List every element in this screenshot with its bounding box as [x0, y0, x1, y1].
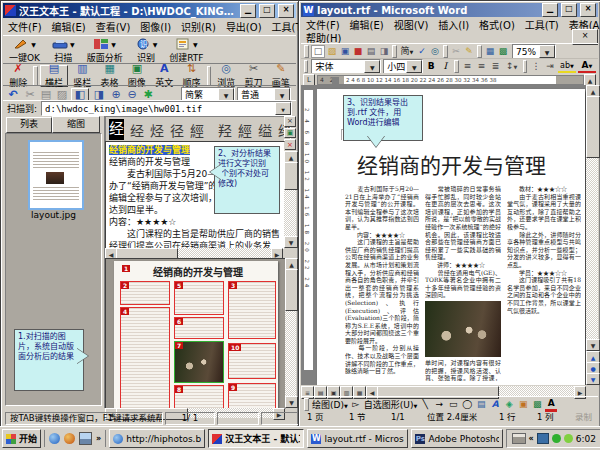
- select-objects-icon[interactable]: ▻: [350, 399, 362, 410]
- line-icon[interactable]: ╲: [419, 399, 431, 410]
- candidate-char[interactable]: 经: [130, 120, 144, 140]
- scroll-thumb[interactable]: [285, 269, 298, 311]
- arrow-icon[interactable]: →: [433, 399, 445, 410]
- quick-launch-overflow-icon[interactable]: »: [96, 434, 101, 443]
- text-region[interactable]: 4: [120, 307, 170, 410]
- taskbar-task-browser[interactable]: http://hiphotos.baidu.co...: [109, 429, 205, 448]
- doc-photo[interactable]: [425, 301, 501, 357]
- recognize-button[interactable]: 识▼ 识别: [133, 37, 160, 65]
- zoom-select[interactable]: 75%▼: [512, 44, 556, 59]
- indent-icon[interactable]: ⇥: [544, 61, 556, 72]
- zoom-in-icon[interactable]: ⊕: [109, 89, 123, 101]
- italic-button[interactable]: I: [439, 61, 451, 72]
- text-region[interactable]: 6: [174, 317, 224, 339]
- candidate-char[interactable]: 缢: [258, 120, 272, 140]
- show-desktop-icon[interactable]: [79, 432, 92, 445]
- menu-export[interactable]: 导出(O): [221, 18, 267, 35]
- pen-button[interactable]: ✎画笔: [268, 65, 294, 87]
- drawing-font-color-icon[interactable]: A: [545, 398, 557, 412]
- candidate-char[interactable]: 經: [238, 120, 252, 140]
- line-spacing-button[interactable]: ↕▼: [504, 61, 520, 72]
- tray-collapse-icon[interactable]: «: [529, 434, 534, 443]
- align-left-icon[interactable]: ≡: [462, 61, 474, 72]
- candidate-char[interactable]: 經: [190, 120, 204, 140]
- page-thumbnail[interactable]: [28, 140, 84, 210]
- scroll-down-icon[interactable]: ▼: [284, 236, 298, 248]
- clipart-icon[interactable]: ▣: [517, 399, 529, 410]
- diagram-icon[interactable]: ◈: [503, 399, 515, 410]
- create-rtf-button[interactable]: ▼ 创建RTF: [167, 37, 205, 65]
- word-document-area[interactable]: 2 4 6 8 10 12 14 16 18 20 22 24 3、识别结果导出…: [301, 85, 586, 385]
- ocr-text-pane[interactable]: 经销商的开发与管理 经销商的开发与管理 麦古利国际于5月20—21日在上海举办了…: [105, 141, 285, 250]
- taskbar-task-photoshop[interactable]: Ps Adobe Photoshop CS3 E...: [411, 429, 502, 448]
- delete-region-button[interactable]: ✗删除: [5, 65, 31, 87]
- dropdown-arrow-icon[interactable]: ▼: [275, 102, 291, 115]
- research-icon[interactable]: ◎: [429, 46, 441, 57]
- scroll-down-icon[interactable]: ▼: [586, 339, 600, 351]
- menu-recognize[interactable]: 识别(R): [176, 18, 221, 35]
- dropdown-arrow-icon[interactable]: ▼: [406, 60, 422, 73]
- oval-icon[interactable]: ◯: [461, 399, 473, 410]
- selected-char[interactable]: 经: [109, 119, 124, 140]
- text-region[interactable]: 2: [120, 281, 170, 305]
- order-button[interactable]: ⇅顺序: [178, 65, 204, 87]
- word-page[interactable]: 3、识别结果导出到.rtf 文件，用Word进行编辑 经销商的开发与管理 麦古利…: [317, 89, 585, 385]
- align-justify-icon[interactable]: ≣: [490, 61, 502, 72]
- cut-icon[interactable]: ✂: [450, 46, 462, 57]
- paste-icon[interactable]: ▨: [55, 89, 69, 101]
- close-button[interactable]: ×: [580, 3, 596, 17]
- tab-thumbnail[interactable]: 缩图: [52, 116, 100, 133]
- print-preview-icon[interactable]: ◨: [378, 46, 390, 57]
- print-icon[interactable]: ▤: [365, 46, 377, 57]
- cjk-convert-button[interactable]: 简▼: [399, 46, 415, 57]
- region-number[interactable]: 1: [122, 265, 130, 272]
- start-button[interactable]: 开始: [2, 429, 41, 448]
- ocr-hscrollbar[interactable]: ◀ ▶: [105, 248, 283, 258]
- bold-button[interactable]: B: [425, 61, 437, 72]
- zoom-out-icon[interactable]: ⊖: [125, 89, 139, 101]
- copy-icon[interactable]: ▤: [39, 89, 53, 101]
- dropdown-arrow-icon[interactable]: ▼: [193, 41, 198, 48]
- ocr-line[interactable]: 这门课程的主旨是帮助供应厂商的销售经理们提高公司在经销商渠道上的业务发展。从市场…: [109, 228, 281, 250]
- save-icon[interactable]: ▣: [339, 46, 351, 57]
- font-name-select[interactable]: 宋体▼: [311, 59, 381, 74]
- reject-icon[interactable]: ×: [284, 139, 296, 150]
- format-painter-icon[interactable]: ✎: [463, 46, 475, 57]
- hanwang-titlebar[interactable]: 汉王文本王 - 默认工程 - D:\HWDOC_KING\image\layou…: [3, 3, 296, 18]
- open-icon[interactable]: ▨: [326, 46, 338, 57]
- dropdown-arrow-icon[interactable]: ▼: [31, 41, 36, 48]
- english-region-button[interactable]: A英文: [151, 65, 177, 87]
- image-region-button[interactable]: ▣图像: [124, 65, 150, 87]
- network-tray-icon[interactable]: [537, 433, 549, 444]
- highlight-button[interactable]: ab▼: [558, 60, 576, 74]
- ocr-line[interactable]: 内容：★★★★☆: [109, 216, 281, 228]
- close-candidates-icon[interactable]: ×: [284, 116, 296, 127]
- split-vertical-icon[interactable]: ◨: [91, 89, 107, 101]
- text-region[interactable]: 10: [228, 343, 276, 379]
- text-box-icon[interactable]: ▤: [475, 399, 487, 410]
- scan-button[interactable]: ▼ 扫描: [50, 37, 77, 65]
- text-region[interactable]: 9: [228, 383, 276, 410]
- vcolumn-region-button[interactable]: ▥竖栏: [69, 65, 95, 87]
- minimize-button[interactable]: ▁: [240, 4, 256, 18]
- undo-icon[interactable]: ↶: [5, 89, 21, 101]
- browser-quicklaunch-icon[interactable]: [64, 433, 75, 444]
- autoshapes-menu-button[interactable]: 自选图形(U)▼: [364, 398, 417, 411]
- dropdown-arrow-icon[interactable]: ▼: [111, 41, 116, 48]
- taskbar-task-word[interactable]: W layout.rtf - Microsoft Word: [307, 429, 408, 448]
- dropdown-arrow-icon[interactable]: ▼: [70, 41, 75, 48]
- confirm-icon[interactable]: ▣: [284, 128, 296, 139]
- new-document-icon[interactable]: □: [311, 45, 325, 58]
- doc-column-1[interactable]: 麦古利国际于5月20—21日在上海举办了“经销商开发与管理”的公开课程。本刊编辑…: [345, 185, 419, 381]
- wordart-icon[interactable]: A: [489, 399, 501, 410]
- doc-column-3[interactable]: 教材：★★★☆☆ 由于麦古利相当重视课堂气氛，课程采用了大量的互动形式，除了直接…: [507, 185, 581, 381]
- scroll-down-icon[interactable]: ▼: [285, 396, 298, 408]
- word-vscrollbar[interactable]: ▲ ▼ ▲ ● ▼: [586, 85, 598, 385]
- candidate-char[interactable]: 径: [170, 120, 184, 140]
- maximize-button[interactable]: □: [259, 4, 275, 18]
- cut-icon[interactable]: ✂: [23, 89, 37, 101]
- scroll-thumb[interactable]: [586, 96, 600, 158]
- insert-excel-icon[interactable]: ▩: [497, 46, 509, 57]
- menu-file[interactable]: 文件(F): [3, 18, 47, 35]
- menu-image[interactable]: 图像(I): [135, 18, 176, 35]
